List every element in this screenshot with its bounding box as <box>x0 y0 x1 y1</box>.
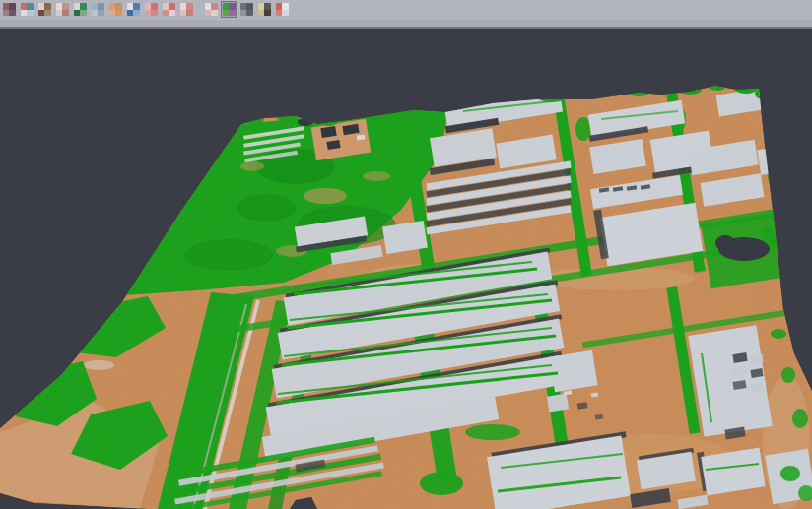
profile-view-icon[interactable] <box>90 1 105 18</box>
classified-points-icon[interactable] <box>1 1 17 18</box>
globe-view-icon[interactable] <box>125 1 141 18</box>
flag-tool-icon[interactable] <box>274 1 290 18</box>
ground-points-icon[interactable] <box>54 1 70 18</box>
toolbar-group-separator <box>196 1 203 18</box>
3d-viewport[interactable] <box>0 29 812 509</box>
classified-points-icon-glyph <box>3 3 16 16</box>
flag-tool-icon-glyph <box>276 3 289 16</box>
classification-display-icon[interactable] <box>221 1 237 18</box>
ground-points-icon-glyph <box>56 3 69 16</box>
profile-view-icon-glyph <box>92 3 104 16</box>
ortho-view-icon[interactable] <box>107 1 123 18</box>
camera-icon[interactable] <box>238 1 254 18</box>
terrain-model-icon[interactable] <box>36 1 52 18</box>
target-select-icon[interactable] <box>161 1 176 18</box>
toolbar-strip <box>0 20 812 27</box>
grid-select-icon[interactable] <box>203 1 219 18</box>
main-toolbar <box>0 0 812 20</box>
layer-list-icon[interactable] <box>143 1 159 18</box>
classification-display-icon-glyph <box>223 3 236 16</box>
application-window <box>0 0 812 509</box>
ortho-view-icon-glyph <box>109 3 122 16</box>
point-cloud-scene[interactable] <box>0 29 812 509</box>
measure-tool-icon[interactable] <box>256 1 272 18</box>
terrain-model-icon-glyph <box>38 3 51 16</box>
measure-tool-icon-glyph <box>258 3 271 16</box>
terrain-group <box>0 29 812 509</box>
globe-view-icon-glyph <box>127 3 140 16</box>
point-noise-overlay <box>0 29 812 509</box>
grid-select-icon-glyph <box>205 3 218 16</box>
zoom-extent-icon-glyph <box>180 3 193 16</box>
vegetation-model-icon[interactable] <box>72 1 88 18</box>
vegetation-model-icon-glyph <box>74 3 87 16</box>
colorized-points-icon-glyph <box>21 3 34 16</box>
colorized-points-icon[interactable] <box>19 1 34 18</box>
camera-icon-glyph <box>240 3 253 16</box>
layer-list-icon-glyph <box>145 3 158 16</box>
target-select-icon-glyph <box>163 3 175 16</box>
zoom-extent-icon[interactable] <box>178 1 194 18</box>
